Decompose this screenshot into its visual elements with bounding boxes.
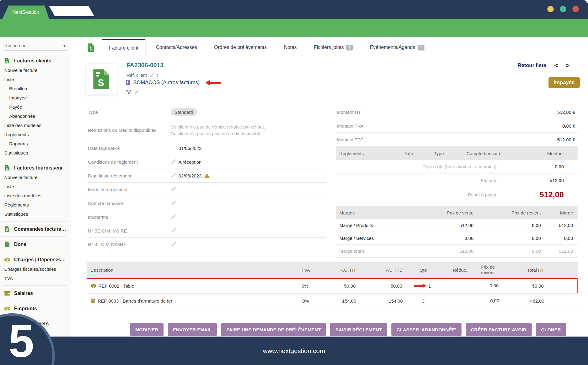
edit-pencil-icon[interactable] (171, 173, 176, 178)
edit-pencil-icon[interactable] (171, 187, 176, 192)
tab-label: Facture client (109, 45, 138, 51)
items-header-row: Description TVA P.U. HT P.U TTC Qté Rédu… (87, 262, 578, 278)
secondary-tab[interactable] (49, 6, 95, 16)
retour-liste-link[interactable]: Retour liste (518, 62, 546, 69)
facture-row: Facturé 512,00 (336, 173, 578, 187)
creer-facture-avoir-button[interactable]: CRÉER FACTURE AVOIR (466, 323, 532, 336)
sidebar-item-liste-modeles[interactable]: Liste des modèles (0, 121, 71, 130)
row-value: 512,00 (409, 223, 473, 228)
sidebar-section-salaires[interactable]: Salaires (0, 288, 71, 298)
item-total-ht: 462,00 (499, 298, 544, 304)
annotation-arrow-right-icon (414, 283, 427, 288)
item-description-link[interactable]: REF-0002 - Table (98, 283, 134, 289)
edit-pencil-icon[interactable] (171, 200, 176, 206)
sidebar-section-dons[interactable]: Dons (0, 239, 71, 249)
detail-row-mode-reglement: Mode de règlement (87, 182, 326, 196)
chevron-down-icon[interactable]: ▼ (63, 44, 66, 48)
row-value: 0,00 (515, 164, 578, 169)
sidebar-section-emprunts[interactable]: Emprunts (0, 304, 71, 314)
sidebar-section-charges[interactable]: Charges | Dépenses… (0, 255, 71, 265)
item-pu-ht: 50,00 (326, 283, 356, 289)
classer-abandonnee-button[interactable]: CLASSER 'ABANDONNÉE' (391, 323, 461, 336)
edit-pencil-icon[interactable] (171, 228, 176, 233)
sidebar-item-statistiques[interactable]: Statistiques (0, 148, 71, 158)
sidebar-item-charges-fiscales[interactable]: Charges fiscales/sociales (0, 265, 71, 274)
app-logo-tab[interactable]: NextGestion (2, 6, 49, 19)
edit-pencil-icon[interactable] (171, 242, 176, 247)
annotation-arrow-left-icon (205, 80, 221, 86)
next-invoice-chevron-icon[interactable]: > (566, 62, 570, 69)
row-value: 512,00 (541, 248, 578, 254)
item-qty: 1 (428, 283, 431, 289)
row-value: 0,00 (473, 236, 541, 241)
tab-contacts-adresses[interactable]: Contacts/Adresses (149, 39, 204, 56)
edit-pencil-icon[interactable] (134, 89, 140, 95)
sidebar-section-commandes[interactable]: Commandes factura… (0, 224, 71, 234)
sidebar-section-factures-fournisseur[interactable]: Factures fournisseur (0, 163, 71, 173)
list-navigation: Retour liste < > (518, 62, 570, 69)
sidebar-section-factures-clients[interactable]: Factures clients (0, 56, 71, 66)
sidebar-item-abandonnee[interactable]: Abandonnée (0, 112, 71, 121)
row-label: Déjà réglé (hors avoirs et acomptes) (336, 164, 515, 169)
sidebar-item-statistiques-f[interactable]: Statistiques (0, 210, 71, 219)
item-row-highlighted[interactable]: REF-0002 - Table 0% 50,00 50,00 1 0,00 5… (87, 278, 578, 293)
envoyer-email-button[interactable]: ENVOYER EMAIL (168, 323, 217, 336)
window-dot-yellow[interactable] (547, 6, 554, 12)
invoice-extra-icons (126, 89, 140, 95)
sidebar-item-nouvelle-facture[interactable]: Nouvelle facture (0, 66, 71, 75)
tab-label: Contacts/Adresses (156, 45, 197, 50)
invoice-client-line: SOMACOS (Autres factures) (126, 80, 221, 86)
sidebar-item-brouillon[interactable]: Brouillon (0, 84, 71, 93)
divider (2, 252, 67, 252)
item-row[interactable]: REF-0003 - Barres d'armature de fer 0% 1… (87, 293, 578, 308)
sidebar-item-reglements[interactable]: Règlements (0, 130, 71, 139)
sidebar-item-reglements-f[interactable]: Règlements (0, 200, 71, 210)
column-header: Date (391, 151, 425, 156)
demande-prelevement-button[interactable]: FAIRE UNE DEMANDE DE PRÉLÈVEMENT (221, 323, 326, 336)
item-prix-revient: 0,00 (476, 283, 499, 289)
divider (2, 221, 67, 222)
item-description-link[interactable]: REF-0003 - Barres d'armature de fer (98, 298, 172, 304)
tab-facture-client[interactable]: Facture client (102, 39, 145, 56)
sidebar-item-rapports[interactable]: Rapports (0, 139, 71, 148)
amounts-summary: Montant HT 512,00 € Montant TVA 0,00 € M… (336, 105, 578, 258)
amount-value: 512,00 € (514, 110, 578, 115)
detail-row-incoterms: Incoterms (87, 210, 326, 224)
tab-count-badge: 1 (418, 45, 424, 50)
tab-notes[interactable]: Notes (277, 39, 303, 56)
tab-ordres-prelevements[interactable]: Ordres de prélèvements (207, 39, 273, 56)
cloner-button[interactable]: CLONER (536, 323, 566, 336)
sidebar-section-label: Charges | Dépenses… (14, 257, 66, 263)
detail-label: Type (87, 110, 171, 115)
sidebar-item-liste-modeles-f[interactable]: Liste des modèles (0, 191, 71, 200)
edit-pencil-icon[interactable] (171, 214, 176, 220)
invoice-icon (87, 43, 95, 52)
sidebar-item-liste[interactable]: Liste (0, 75, 71, 84)
window-dot-teal[interactable] (560, 6, 566, 12)
sidebar-section-label: Emprunts (14, 306, 37, 311)
sidebar-item-liste-f[interactable]: Liste (0, 182, 71, 191)
ref-client-label: Réf. client (126, 73, 147, 78)
row-label: Marge / Services (336, 236, 409, 241)
edit-pencil-icon[interactable] (149, 72, 155, 78)
sidebar-item-impayee[interactable]: Impayée (0, 93, 71, 102)
hierarchy-icon[interactable] (126, 90, 132, 94)
search-input[interactable] (4, 40, 67, 50)
detail-label: N° BE CIM IVOIRE (87, 228, 171, 233)
tab-fichiers-joints[interactable]: Fichiers joints 1 (307, 39, 360, 56)
sidebar-item-payee[interactable]: Payée (0, 102, 71, 112)
modifier-button[interactable]: MODIFIER (130, 323, 164, 336)
saisir-reglement-button[interactable]: SAISIR RÈGLEMENT (330, 323, 387, 336)
row-value: 0,00 (473, 248, 541, 254)
divider (2, 285, 67, 286)
prev-invoice-chevron-icon[interactable]: < (554, 62, 558, 69)
tab-evenements-agenda[interactable]: Événements/Agenda 1 (363, 39, 431, 56)
order-document-icon (4, 226, 10, 232)
row-value: 0,00 (473, 223, 541, 228)
edit-pencil-icon[interactable] (171, 159, 176, 165)
detail-value: 01/06/2023 (171, 146, 202, 151)
sidebar-item-tva[interactable]: TVA (0, 274, 71, 283)
sidebar-item-nouvelle-facture-f[interactable]: Nouvelle facture (0, 173, 71, 182)
window-dot-red[interactable] (572, 6, 579, 12)
client-link[interactable]: SOMACOS (Autres factures) (133, 80, 200, 86)
